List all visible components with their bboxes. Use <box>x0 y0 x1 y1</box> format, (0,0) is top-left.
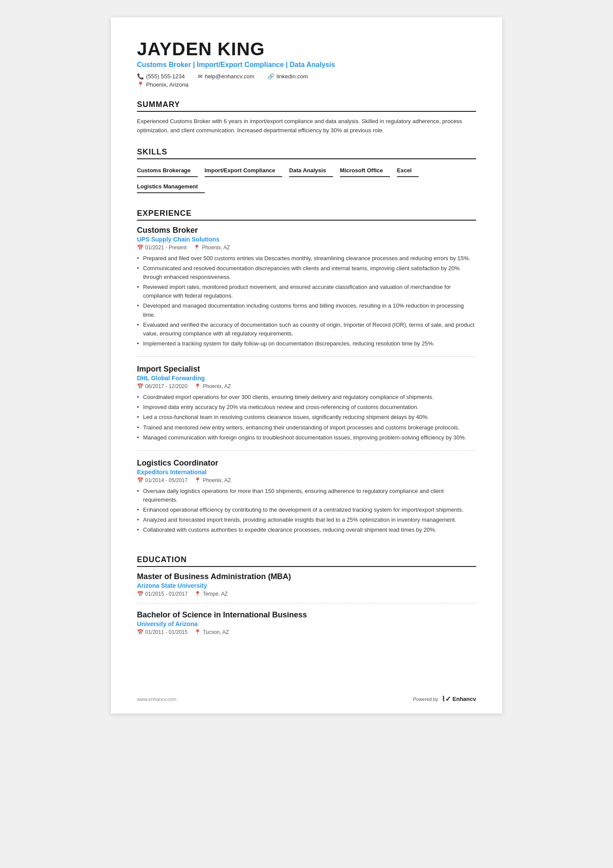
exp-meta: 📅 01/2021 - Present 📍 Phoenix, AZ <box>137 245 476 251</box>
location-meta: 📍 Phoenix, AZ <box>194 477 231 483</box>
page-footer: www.enhancv.com Powered by ⌇✓ Enhancv <box>137 695 476 703</box>
exp-meta: 📅 06/2017 - 12/2020 📍 Phoenix, AZ <box>137 383 476 389</box>
job-title: Logistics Coordinator <box>137 459 476 468</box>
job-title: Customs Broker <box>137 226 476 235</box>
brand-name: Enhancv <box>453 696 476 702</box>
skills-section: SKILLS Customs BrokerageImport/Export Co… <box>137 147 476 197</box>
school-name: University of Arizona <box>137 620 476 627</box>
logo-icon: ⌇✓ <box>442 695 451 703</box>
date-range: 📅 01/2021 - Present <box>137 245 187 251</box>
email-icon: ✉ <box>198 73 203 80</box>
contact-row: 📞 (555) 555-1234 ✉ help@enhancv.com 🔗 li… <box>137 73 476 80</box>
location-meta-icon: 📍 <box>194 477 201 483</box>
candidate-name: JAYDEN KING <box>137 39 476 59</box>
education-title: EDUCATION <box>137 555 476 567</box>
job-title: Import Specialist <box>137 365 476 374</box>
education-container: Master of Business Administration (MBA) … <box>137 572 476 641</box>
bullet-item: Collaborated with customs authorities to… <box>137 526 476 534</box>
location-meta: 📍 Phoenix, AZ <box>194 383 231 389</box>
edu-date-range: 📅 01/2011 - 01/2015 <box>137 629 187 635</box>
bullet-item: Developed and managed documentation incl… <box>137 302 476 319</box>
edu-location: 📍 Tempe, AZ <box>194 591 227 597</box>
bullet-item: Implemented a tracking system for daily … <box>137 339 476 348</box>
skill-item: Microsoft Office <box>340 164 390 177</box>
company-name: UPS Supply Chain Solutions <box>137 236 476 243</box>
date-range: 📅 06/2017 - 12/2020 <box>137 383 187 389</box>
experience-entry: Logistics Coordinator Expeditors Interna… <box>137 459 476 543</box>
enhancv-logo: ⌇✓ Enhancv <box>442 695 476 703</box>
footer-website: www.enhancv.com <box>137 697 177 702</box>
experience-section: EXPERIENCE Customs Broker UPS Supply Cha… <box>137 209 476 543</box>
email-contact: ✉ help@enhancv.com <box>198 73 254 80</box>
skills-title: SKILLS <box>137 147 476 159</box>
skill-item: Excel <box>397 164 419 177</box>
skill-item: Import/Export Compliance <box>205 164 283 177</box>
edu-location: 📍 Tucson, AZ <box>194 629 229 635</box>
bullet-list: Oversaw daily logistics operations for m… <box>137 487 476 535</box>
date-range: 📅 01/2014 - 05/2017 <box>137 477 187 483</box>
candidate-title: Customs Broker | Import/Export Complianc… <box>137 61 476 69</box>
edu-location-icon: 📍 <box>194 629 201 635</box>
education-entry: Master of Business Administration (MBA) … <box>137 572 476 603</box>
skill-item: Logistics Management <box>137 181 205 193</box>
summary-section: SUMMARY Experienced Customs Broker with … <box>137 100 476 135</box>
linkedin-icon: 🔗 <box>267 73 274 80</box>
skill-item: Customs Brokerage <box>137 164 198 177</box>
edu-meta: 📅 01/2015 - 01/2017 📍 Tempe, AZ <box>137 591 476 597</box>
calendar-icon: 📅 <box>137 245 143 251</box>
experience-container: Customs Broker UPS Supply Chain Solution… <box>137 226 476 543</box>
edu-meta: 📅 01/2011 - 01/2015 📍 Tucson, AZ <box>137 629 476 635</box>
linkedin-contact: 🔗 linkedin.com <box>267 73 308 80</box>
bullet-item: Oversaw daily logistics operations for m… <box>137 487 476 504</box>
education-section: EDUCATION Master of Business Administrat… <box>137 555 476 641</box>
exp-meta: 📅 01/2014 - 05/2017 📍 Phoenix, AZ <box>137 477 476 483</box>
summary-title: SUMMARY <box>137 100 476 112</box>
experience-title: EXPERIENCE <box>137 209 476 221</box>
location-meta-icon: 📍 <box>193 245 200 251</box>
location-meta: 📍 Phoenix, AZ <box>193 245 230 251</box>
bullet-item: Analyzed and forecasted import trends, p… <box>137 516 476 524</box>
powered-by-label: Powered by <box>413 697 438 702</box>
skill-item: Data Analysis <box>289 164 333 177</box>
phone-icon: 📞 <box>137 73 144 80</box>
company-name: DHL Global Forwarding <box>137 375 476 382</box>
header: JAYDEN KING Customs Broker | Import/Expo… <box>137 39 476 88</box>
bullet-item: Enhanced operational efficiency by contr… <box>137 506 476 514</box>
degree-title: Bachelor of Science in International Bus… <box>137 610 476 620</box>
edu-location-icon: 📍 <box>194 591 201 597</box>
experience-entry: Import Specialist DHL Global Forwarding … <box>137 365 476 451</box>
summary-text: Experienced Customs Broker with 6 years … <box>137 117 476 135</box>
skills-grid: Customs BrokerageImport/Export Complianc… <box>137 164 476 197</box>
education-entry: Bachelor of Science in International Bus… <box>137 610 476 641</box>
bullet-item: Trained and mentored new entry writers, … <box>137 423 476 432</box>
edu-calendar-icon: 📅 <box>137 629 143 635</box>
bullet-list: Coordinated import operations for over 3… <box>137 393 476 442</box>
location-icon: 📍 <box>137 81 144 88</box>
bullet-item: Communicated and resolved documentation … <box>137 264 476 282</box>
calendar-icon: 📅 <box>137 383 143 389</box>
degree-title: Master of Business Administration (MBA) <box>137 572 476 581</box>
bullet-item: Reviewed import rates, monitored product… <box>137 283 476 300</box>
bullet-item: Led a cross-functional team in resolving… <box>137 413 476 422</box>
resume-page: JAYDEN KING Customs Broker | Import/Expo… <box>111 17 502 714</box>
bullet-item: Improved data entry accuracy by 20% via … <box>137 403 476 412</box>
bullet-item: Coordinated import operations for over 3… <box>137 393 476 402</box>
edu-calendar-icon: 📅 <box>137 591 143 597</box>
edu-date-range: 📅 01/2015 - 01/2017 <box>137 591 187 597</box>
calendar-icon: 📅 <box>137 477 143 483</box>
school-name: Arizona State University <box>137 582 476 589</box>
company-name: Expeditors International <box>137 469 476 476</box>
bullet-item: Prepared and filed over 500 customs entr… <box>137 254 476 263</box>
location-meta-icon: 📍 <box>194 383 201 389</box>
footer-brand: Powered by ⌇✓ Enhancv <box>413 695 476 703</box>
location-row: 📍 Phoenix, Arizona <box>137 81 476 88</box>
bullet-list: Prepared and filed over 500 customs entr… <box>137 254 476 348</box>
phone-contact: 📞 (555) 555-1234 <box>137 73 185 80</box>
location-contact: 📍 Phoenix, Arizona <box>137 81 189 88</box>
experience-entry: Customs Broker UPS Supply Chain Solution… <box>137 226 476 357</box>
bullet-item: Evaluated and verified the accuracy of d… <box>137 321 476 338</box>
bullet-item: Managed communication with foreign origi… <box>137 433 476 442</box>
